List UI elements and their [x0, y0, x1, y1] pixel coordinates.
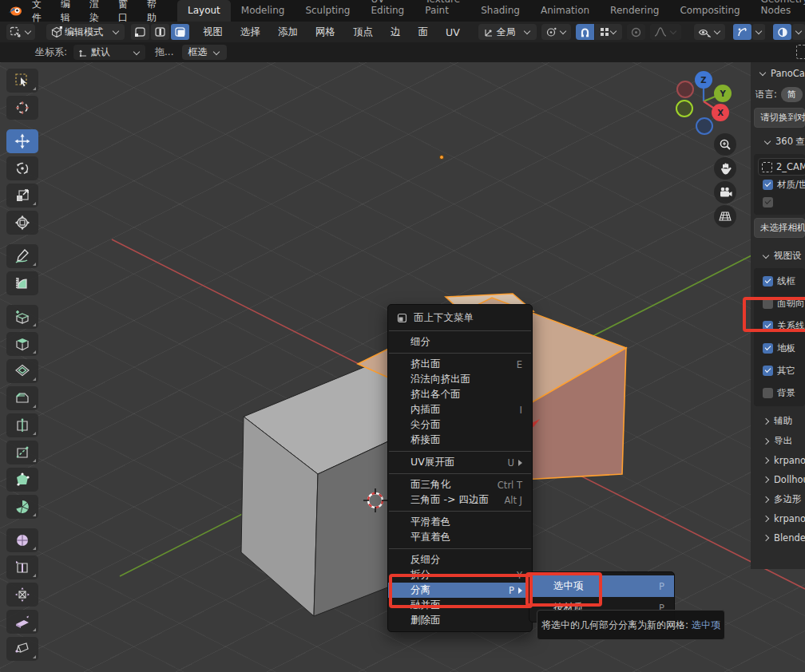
floor-checkbox-row[interactable]: 地板 [758, 335, 805, 358]
language-select[interactable]: 简 [781, 87, 803, 102]
panel-section-blender[interactable]: Blende [751, 529, 805, 548]
material-world-checkbox-row[interactable]: 材质/世界 [758, 176, 805, 194]
vertex-select-mode-button[interactable] [131, 24, 149, 40]
tool-inset-faces[interactable] [6, 359, 38, 383]
menu-item-poke-faces[interactable]: 尖分面 [388, 417, 532, 433]
tool-edge-slide[interactable] [6, 555, 38, 579]
tool-bevel[interactable] [6, 386, 38, 410]
menu-edge[interactable]: 边 [382, 26, 410, 39]
tool-tweak-select[interactable] [6, 69, 38, 93]
menu-mesh[interactable]: 网格 [307, 26, 344, 39]
wireframe-checkbox-row[interactable]: 线框 [758, 272, 805, 291]
overlays-settings-dropdown[interactable] [792, 24, 805, 40]
zoom-button[interactable] [714, 133, 736, 156]
gizmo-negative-y-axis[interactable] [676, 100, 693, 117]
gizmo-x-axis[interactable]: X [712, 104, 729, 121]
tab-geometry-nodes[interactable]: Geometry Nodes [751, 0, 805, 22]
menu-item-unsubdivide[interactable]: 反细分 [388, 552, 532, 567]
menu-edit[interactable]: 编辑 [51, 0, 80, 25]
menu-item-uv-unwrap[interactable]: UV展开面U [388, 455, 532, 470]
tool-rotate[interactable] [6, 156, 38, 180]
menu-view[interactable]: 视图 [194, 26, 232, 39]
tool-knife[interactable] [6, 441, 38, 464]
camera-view-button[interactable] [714, 181, 736, 204]
editor-type-dropdown[interactable] [6, 24, 35, 40]
menu-item-shade-flat[interactable]: 平直着色 [388, 530, 532, 545]
menu-item-extrude-individual[interactable]: 挤出各个面 [388, 387, 532, 402]
menu-item-dissolve-faces[interactable]: 融并面 [388, 598, 532, 613]
camera-select-dropdown[interactable]: 2_CAM [758, 158, 805, 176]
tab-layout[interactable]: Layout [177, 0, 231, 22]
tool-transform[interactable] [6, 211, 38, 235]
tab-compositing[interactable]: Compositing [669, 0, 750, 22]
face-select-mode-button[interactable] [171, 24, 189, 40]
tab-uv-editing[interactable]: UV Editing [360, 0, 414, 22]
tool-cursor[interactable] [6, 96, 38, 120]
relationship-lines-checkbox-row[interactable]: 关系线 [758, 313, 805, 335]
show-object-types-dropdown[interactable] [694, 24, 725, 40]
panel-section-krpano-2[interactable]: krpano [751, 510, 805, 529]
tool-add-cube[interactable] [6, 305, 38, 329]
pivot-point-dropdown[interactable] [541, 24, 571, 40]
tab-sculpting[interactable]: Sculpting [295, 0, 360, 22]
show-overlays-toggle[interactable] [773, 24, 791, 40]
tab-animation[interactable]: Animation [530, 0, 600, 22]
menu-face[interactable]: 面 [410, 26, 438, 39]
tool-annotate[interactable] [6, 244, 38, 268]
menu-item-triangulate[interactable]: 面三角化Ctrl T [388, 477, 532, 492]
menu-select[interactable]: 选择 [232, 26, 269, 39]
menu-uv[interactable]: UV [437, 26, 469, 38]
proportional-edit-toggle[interactable] [627, 24, 645, 40]
extra-checkbox-row[interactable] [758, 194, 805, 211]
panel-section-360[interactable]: 360 查 [751, 130, 805, 152]
tool-scale[interactable] [6, 184, 38, 208]
gizmo-y-axis[interactable]: Y [714, 85, 732, 102]
other-checkbox-row[interactable]: 其它 [758, 358, 805, 380]
panel-section-view-settings[interactable]: 视图设 [751, 240, 805, 267]
gizmo-negative-x-axis[interactable] [676, 81, 694, 98]
mode-select-dropdown[interactable]: 编辑模式 [46, 24, 125, 40]
tool-shrink-fatten[interactable] [6, 583, 38, 607]
menu-item-extrude-faces[interactable]: 挤出面E [388, 357, 532, 372]
menu-item-separate[interactable]: 分离P [388, 583, 532, 598]
tool-shear[interactable] [6, 610, 38, 634]
tool-measure[interactable] [6, 271, 38, 295]
gizmo-z-axis[interactable]: Z [695, 71, 712, 89]
select-mode-dropdown[interactable]: 框选 [182, 45, 227, 60]
gizmo-negative-z-axis[interactable] [696, 117, 713, 135]
tool-extrude-region[interactable] [6, 332, 38, 356]
menu-help[interactable]: 帮助 [137, 0, 166, 25]
navigation-gizmo[interactable]: Z Y X [668, 69, 741, 137]
menu-vertex[interactable]: 顶点 [344, 26, 382, 39]
coordinate-system-dropdown[interactable]: 默认 [73, 45, 145, 60]
show-gizmo-toggle[interactable] [733, 24, 751, 40]
background-checkbox-row[interactable]: 背景 [758, 380, 805, 402]
switch-language-button[interactable]: 请切换到对 [754, 108, 805, 128]
menu-item-delete-faces[interactable]: 删除面 [388, 613, 532, 628]
gizmo-settings-dropdown[interactable] [752, 24, 765, 40]
tab-rendering[interactable]: Rendering [600, 0, 669, 22]
menu-item-shade-smooth[interactable]: 平滑着色 [388, 515, 532, 530]
tool-poly-build[interactable] [6, 468, 38, 492]
menu-window[interactable]: 窗口 [109, 0, 137, 25]
menu-render[interactable]: 渲染 [80, 0, 109, 25]
menu-item-subdivide[interactable]: 细分 [388, 334, 532, 350]
tool-move[interactable] [6, 129, 38, 153]
edge-select-mode-button[interactable] [151, 24, 169, 40]
tool-loop-cut[interactable] [6, 413, 38, 437]
tab-shading[interactable]: Shading [470, 0, 530, 22]
snap-toggle-button[interactable] [576, 24, 594, 40]
panel-section-dollhouse[interactable]: Dollhou [751, 471, 805, 490]
snap-settings-dropdown[interactable] [595, 24, 622, 40]
panel-section-krpano-1[interactable]: krpano [751, 452, 805, 471]
tool-rip-region[interactable] [6, 637, 38, 661]
panel-section-panocam[interactable]: PanoCama [751, 62, 805, 84]
transform-orientation-dropdown[interactable]: 全局 [478, 24, 537, 40]
panel-section-export[interactable]: 导出 [751, 432, 805, 452]
panel-section-assist[interactable]: 辅助 [751, 409, 805, 432]
proportional-falloff-dropdown[interactable] [650, 24, 681, 40]
menu-item-tris-to-quads[interactable]: 三角面 -> 四边面Alt J [388, 492, 532, 508]
submenu-item-selection[interactable]: 选中项 P [529, 575, 674, 597]
menu-item-inset-faces[interactable]: 内插面I [388, 402, 532, 417]
select-box-icon[interactable] [796, 45, 805, 59]
